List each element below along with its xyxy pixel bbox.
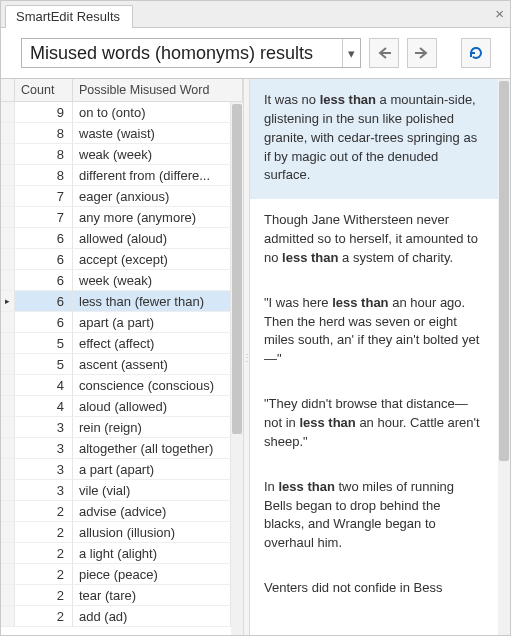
table-row[interactable]: 2allusion (illusion) (1, 522, 231, 543)
cell-count: 3 (15, 459, 73, 480)
cell-word: a light (alight) (73, 543, 231, 564)
column-header-count[interactable]: Count (15, 79, 73, 101)
cell-count: 3 (15, 438, 73, 459)
refresh-button[interactable] (461, 38, 491, 68)
cell-word: advise (advice) (73, 501, 231, 522)
cell-word: altogether (all together) (73, 438, 231, 459)
row-header-spacer (1, 79, 15, 101)
cell-count: 6 (15, 291, 73, 312)
highlight-term: less than (299, 415, 355, 430)
highlight-term: less than (332, 295, 388, 310)
cell-word: conscience (conscious) (73, 375, 231, 396)
table-row[interactable]: 5effect (affect) (1, 333, 231, 354)
arrow-right-icon (414, 46, 430, 60)
row-indicator (1, 354, 15, 375)
row-indicator (1, 417, 15, 438)
cell-word: tear (tare) (73, 585, 231, 606)
table-row[interactable]: 2piece (peace) (1, 564, 231, 585)
cell-count: 8 (15, 165, 73, 186)
table-row[interactable]: 8weak (week) (1, 144, 231, 165)
grid-scrollbar-thumb[interactable] (232, 104, 242, 434)
table-row[interactable]: 6accept (except) (1, 249, 231, 270)
panel-tab[interactable]: SmartEdit Results (5, 5, 133, 28)
cell-count: 2 (15, 606, 73, 627)
grid-scroll: 9on to (onto)8waste (waist)8weak (week)8… (1, 102, 243, 635)
column-header-word[interactable]: Possible Misused Word (73, 79, 243, 101)
highlight-term: less than (282, 250, 338, 265)
cell-count: 8 (15, 123, 73, 144)
highlight-term: less than (320, 92, 376, 107)
cell-count: 6 (15, 270, 73, 291)
row-indicator (1, 228, 15, 249)
body: Count Possible Misused Word 9on to (onto… (1, 79, 510, 635)
table-row[interactable]: 4aloud (allowed) (1, 396, 231, 417)
table-row[interactable]: 7eager (anxious) (1, 186, 231, 207)
cell-word: weak (week) (73, 144, 231, 165)
results-dropdown[interactable]: Misused words (homonyms) results ▾ (21, 38, 361, 68)
titlebar: SmartEdit Results × (1, 1, 510, 27)
cell-word: different from (differe... (73, 165, 231, 186)
table-row[interactable]: 5ascent (assent) (1, 354, 231, 375)
cell-word: less than (fewer than) (73, 291, 231, 312)
cell-word: eager (anxious) (73, 186, 231, 207)
table-row[interactable]: ▸6less than (fewer than) (1, 291, 231, 312)
table-row[interactable]: 9on to (onto) (1, 102, 231, 123)
cell-word: add (ad) (73, 606, 231, 627)
table-row[interactable]: 3altogether (all together) (1, 438, 231, 459)
snippets-scrollbar[interactable] (498, 79, 510, 635)
cell-word: ascent (assent) (73, 354, 231, 375)
cell-count: 7 (15, 186, 73, 207)
snippet-item[interactable]: "I was here less than an hour ago. Then … (250, 282, 498, 383)
cell-count: 2 (15, 522, 73, 543)
cell-count: 6 (15, 312, 73, 333)
row-indicator (1, 186, 15, 207)
table-row[interactable]: 6allowed (aloud) (1, 228, 231, 249)
cell-count: 5 (15, 333, 73, 354)
snippet-item[interactable]: It was no less than a mountain-side, gli… (250, 79, 498, 199)
snippet-item[interactable]: In less than two miles of running Bells … (250, 466, 498, 567)
cell-count: 2 (15, 543, 73, 564)
table-row[interactable]: 2tear (tare) (1, 585, 231, 606)
table-row[interactable]: 8waste (waist) (1, 123, 231, 144)
cell-word: accept (except) (73, 249, 231, 270)
row-indicator (1, 438, 15, 459)
row-indicator (1, 543, 15, 564)
cell-count: 8 (15, 144, 73, 165)
snippet-item[interactable]: "They didn't browse that distance—not in… (250, 383, 498, 466)
row-indicator (1, 480, 15, 501)
snippet-item[interactable]: Venters did not confide in Bess (250, 567, 498, 612)
cell-word: piece (peace) (73, 564, 231, 585)
table-row[interactable]: 3a part (apart) (1, 459, 231, 480)
table-row[interactable]: 6apart (a part) (1, 312, 231, 333)
close-icon[interactable]: × (495, 5, 504, 22)
table-row[interactable]: 4conscience (conscious) (1, 375, 231, 396)
prev-button[interactable] (369, 38, 399, 68)
snippets-pane: It was no less than a mountain-side, gli… (250, 79, 510, 635)
snippets-scrollbar-thumb[interactable] (499, 81, 509, 461)
table-row[interactable]: 2a light (alight) (1, 543, 231, 564)
chevron-down-icon[interactable]: ▾ (342, 39, 360, 67)
cell-word: allowed (aloud) (73, 228, 231, 249)
table-row[interactable]: 2add (ad) (1, 606, 231, 627)
table-row[interactable]: 6week (weak) (1, 270, 231, 291)
table-row[interactable]: 3vile (vial) (1, 480, 231, 501)
cell-count: 3 (15, 417, 73, 438)
cell-word: aloud (allowed) (73, 396, 231, 417)
cell-word: on to (onto) (73, 102, 231, 123)
cell-count: 3 (15, 480, 73, 501)
table-row[interactable]: 3rein (reign) (1, 417, 231, 438)
cell-count: 6 (15, 228, 73, 249)
cell-count: 4 (15, 375, 73, 396)
cell-word: apart (a part) (73, 312, 231, 333)
cell-word: a part (apart) (73, 459, 231, 480)
table-row[interactable]: 8different from (differe... (1, 165, 231, 186)
row-indicator (1, 123, 15, 144)
table-row[interactable]: 2advise (advice) (1, 501, 231, 522)
next-button[interactable] (407, 38, 437, 68)
table-row[interactable]: 7any more (anymore) (1, 207, 231, 228)
toolbar: Misused words (homonyms) results ▾ (1, 27, 510, 79)
snippet-item[interactable]: Though Jane Withersteen never admitted s… (250, 199, 498, 282)
row-indicator (1, 270, 15, 291)
grid-scrollbar[interactable] (231, 102, 243, 635)
results-grid: Count Possible Misused Word 9on to (onto… (1, 79, 244, 635)
